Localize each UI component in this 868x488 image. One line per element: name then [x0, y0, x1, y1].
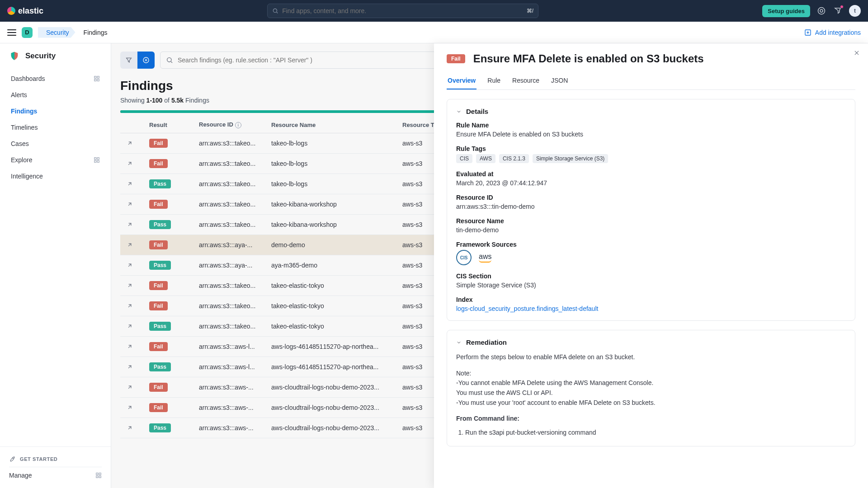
- cell-resource-name: aws-cloudtrail-logs-nobu-demo-2023...: [265, 418, 396, 438]
- field-label: Rule Name: [456, 122, 846, 129]
- expand-icon[interactable]: [127, 384, 137, 390]
- finding-detail-flyout: Fail Ensure MFA Delete is enabled on S3 …: [434, 43, 868, 488]
- sidebar-item-label: Findings: [11, 108, 37, 115]
- expand-icon[interactable]: [127, 140, 137, 146]
- sidebar-item-manage[interactable]: Manage: [9, 467, 102, 483]
- expand-icon[interactable]: [127, 343, 137, 350]
- tab-rule[interactable]: Rule: [486, 72, 501, 89]
- add-filter-button[interactable]: [137, 52, 155, 69]
- cell-resource-id: arn:aws:s3:::takeo...: [193, 215, 265, 235]
- cis-logo-icon: CIS: [456, 250, 472, 265]
- sidebar-item-label: Alerts: [11, 91, 27, 99]
- sidebar-item-cases[interactable]: Cases: [5, 136, 105, 152]
- cell-resource-id: arn:aws:s3:::takeo...: [193, 154, 265, 174]
- filter-button[interactable]: [120, 52, 137, 69]
- sidebar-item-alerts[interactable]: Alerts: [5, 87, 105, 103]
- sidebar-item-label: Intelligence: [11, 173, 43, 180]
- expand-icon[interactable]: [127, 323, 137, 329]
- result-badge: Pass: [149, 423, 171, 432]
- field-evaluated-at: Evaluated at March 20, 2023 @ 07:44:12.9…: [456, 170, 846, 187]
- col-result[interactable]: Result: [143, 117, 193, 133]
- content-area: Findings Showing 1-100 of 5.5k Findings …: [111, 43, 868, 488]
- tag[interactable]: AWS: [476, 154, 495, 163]
- sidebar-item-intelligence[interactable]: Intelligence: [5, 168, 105, 184]
- add-integrations-link[interactable]: Add integrations: [804, 29, 861, 36]
- sidebar-item-findings[interactable]: Findings: [5, 103, 105, 119]
- search-shortcut: ⌘/: [527, 8, 533, 14]
- col-resource-name[interactable]: Resource Name: [265, 117, 396, 133]
- svg-rect-19: [99, 476, 101, 478]
- expand-icon[interactable]: [127, 160, 137, 167]
- cell-resource-id: arn:aws:s3:::takeo...: [193, 194, 265, 215]
- field-value: March 20, 2023 @ 07:44:12.947: [456, 179, 846, 187]
- chevron-down-icon: [456, 109, 462, 114]
- expand-icon[interactable]: [127, 303, 137, 309]
- setup-guides-button[interactable]: Setup guides: [762, 5, 810, 17]
- global-header: elastic ⌘/ Setup guides t: [0, 0, 868, 22]
- details-heading[interactable]: Details: [456, 108, 846, 115]
- close-icon[interactable]: [854, 50, 860, 56]
- expand-icon[interactable]: [127, 181, 137, 187]
- help-icon[interactable]: [816, 6, 826, 16]
- cell-resource-id: arn:aws:s3:::aws-...: [193, 418, 265, 438]
- remediation-steps: Run the s3api put-bucket-versioning comm…: [456, 427, 846, 437]
- expand-icon[interactable]: [127, 282, 137, 289]
- expand-icon[interactable]: [127, 221, 137, 228]
- svg-point-15: [13, 458, 13, 459]
- tag[interactable]: CIS 2.1.3: [499, 154, 529, 163]
- logo-text: elastic: [18, 6, 43, 16]
- svg-rect-12: [97, 158, 99, 160]
- expand-icon[interactable]: [127, 242, 137, 248]
- sidebar-item-dashboards[interactable]: Dashboards: [5, 70, 105, 87]
- remediation-heading[interactable]: Remediation: [456, 338, 846, 346]
- index-link[interactable]: logs-cloud_security_posture.findings_lat…: [456, 305, 598, 312]
- field-label: Resource ID: [456, 194, 846, 201]
- breadcrumb-security[interactable]: Security: [38, 27, 75, 38]
- sidebar-item-explore[interactable]: Explore: [5, 152, 105, 168]
- cell-resource-name: takeo-lb-logs: [265, 133, 396, 154]
- newsfeed-icon[interactable]: [833, 6, 843, 16]
- expand-icon[interactable]: [127, 201, 137, 207]
- get-started-link[interactable]: GET STARTED: [9, 451, 102, 467]
- tab-json[interactable]: JSON: [550, 72, 569, 89]
- remediation-step: Run the s3api put-bucket-versioning comm…: [465, 427, 846, 437]
- nav-toggle-icon[interactable]: [7, 29, 16, 36]
- svg-rect-16: [96, 473, 98, 475]
- space-selector[interactable]: D: [22, 27, 33, 38]
- result-badge: Fail: [149, 139, 168, 148]
- grid-icon: [95, 472, 102, 479]
- sidebar-item-timelines[interactable]: Timelines: [5, 119, 105, 136]
- remediation-note: Note: -You cannot enable MFA Delete usin…: [456, 369, 846, 408]
- elastic-logo[interactable]: elastic: [7, 6, 43, 16]
- sidebar: Security Dashboards Alerts Findings Time…: [0, 43, 111, 488]
- info-icon[interactable]: i: [235, 122, 241, 128]
- cell-resource-id: arn:aws:s3:::aws-l...: [193, 357, 265, 377]
- cell-resource-name: takeo-elastic-tokyo: [265, 276, 396, 296]
- cell-resource-id: arn:aws:s3:::takeo...: [193, 276, 265, 296]
- tab-resource[interactable]: Resource: [511, 72, 540, 89]
- field-resource-id: Resource ID arn:aws:s3:::tin-demo-demo: [456, 194, 846, 210]
- expand-icon[interactable]: [127, 262, 137, 268]
- tag[interactable]: Simple Storage Service (S3): [533, 154, 608, 163]
- notification-dot: [840, 5, 844, 9]
- tag[interactable]: CIS: [456, 154, 472, 163]
- sidebar-nav: Dashboards Alerts Findings Timelines Cas…: [0, 70, 111, 184]
- sidebar-item-label: Explore: [11, 156, 32, 164]
- expand-icon[interactable]: [127, 425, 137, 431]
- field-resource-name: Resource Name tin-demo-demo: [456, 217, 846, 234]
- user-avatar[interactable]: t: [849, 5, 861, 17]
- expand-icon[interactable]: [127, 364, 137, 370]
- aws-logo-icon: aws: [479, 253, 491, 263]
- sidebar-item-label: Cases: [11, 140, 29, 147]
- expand-icon[interactable]: [127, 404, 137, 411]
- tab-overview[interactable]: Overview: [447, 72, 476, 89]
- cell-resource-name: aya-m365-demo: [265, 255, 396, 276]
- global-search[interactable]: ⌘/: [267, 4, 538, 18]
- details-card: Details Rule Name Ensure MFA Delete is e…: [447, 99, 855, 321]
- global-search-input[interactable]: [282, 7, 523, 14]
- field-value: Simple Storage Service (S3): [456, 282, 846, 289]
- col-resource-id[interactable]: Resource IDi: [193, 117, 265, 133]
- get-started-label: GET STARTED: [20, 456, 57, 462]
- cell-resource-id: arn:aws:s3:::aya-...: [193, 235, 265, 255]
- result-badge: Fail: [149, 159, 168, 168]
